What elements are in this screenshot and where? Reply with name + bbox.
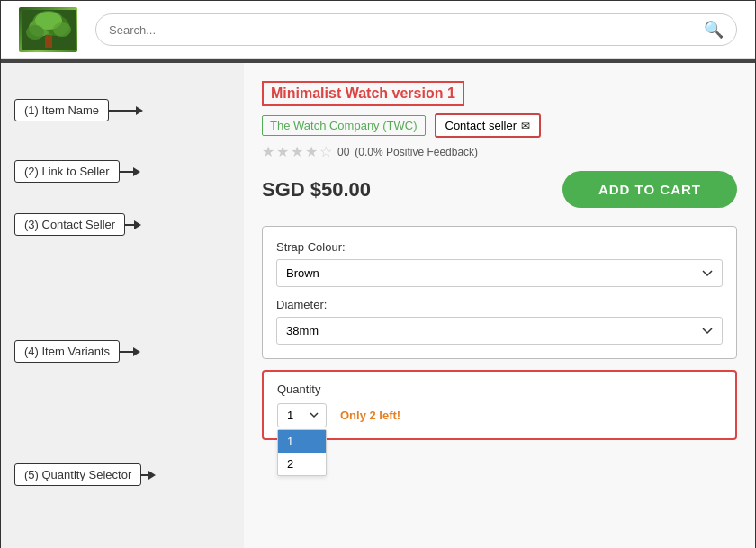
main-content: (1) Item Name (2) Link to Seller (3) Con… [1,63,755,548]
arrow-tip-2 [133,167,140,176]
arrow-tip-5 [148,471,156,480]
arrow-line-2 [120,171,133,173]
link-to-seller-label: (2) Link to Seller [14,160,120,183]
arrow-line-4 [120,351,133,353]
rating-count: 00 [338,146,349,158]
quantity-select[interactable]: 1 2 [277,403,327,427]
rating-text: (0.0% Positive Feedback) [355,146,478,158]
star-1: ★ [262,143,274,160]
logo [19,7,77,52]
qty-dropdown-item-1[interactable]: 1 [278,430,326,453]
contact-seller-button[interactable]: Contact seller ✉ [435,113,541,138]
contact-seller-label: (3) Contact Seller [14,213,125,236]
star-5: ☆ [320,143,332,160]
arrow-line-5 [141,474,148,476]
search-bar: 🔍 [95,13,737,46]
strap-colour-label: Strap Colour: [276,240,723,254]
only-left-text: Only 2 left! [340,409,400,422]
seller-link[interactable]: The Watch Company (TWC) [262,115,426,136]
diameter-label: Diameter: [276,298,723,311]
quantity-select-wrapper: 1 2 1 2 [277,403,327,427]
strap-colour-select[interactable]: Brown Black White [276,259,723,287]
contact-seller-text: Contact seller [446,119,517,132]
arrow-line-1 [109,110,136,112]
arrow-tip-4 [133,347,140,356]
star-3: ★ [291,143,303,160]
quantity-dropdown[interactable]: 1 2 [277,429,327,476]
product-title: Minimalist Watch version 1 [262,81,464,106]
quantity-selector-label: (5) Quantity Selector [14,463,141,486]
arrow-tip-3 [134,220,141,229]
price-cart-row: SGD $50.00 ADD TO CART [262,171,737,208]
arrow-tip-1 [136,106,143,115]
item-variants-label: (4) Item Variants [14,340,120,363]
qty-dropdown-item-2[interactable]: 2 [278,453,326,475]
search-icon[interactable]: 🔍 [704,20,724,40]
quantity-row: 1 2 1 2 Only 2 left! [277,403,722,427]
svg-point-6 [26,25,44,40]
seller-row: The Watch Company (TWC) Contact seller ✉ [262,113,737,138]
envelope-icon: ✉ [521,120,530,132]
svg-point-7 [53,22,71,37]
item-name-label: (1) Item Name [14,99,109,121]
variants-box: Strap Colour: Brown Black White Diameter… [262,226,737,359]
star-rating: ★ ★ ★ ★ ☆ [262,143,332,160]
quantity-label: Quantity [277,382,722,396]
arrow-line-3 [125,224,134,226]
stars-row: ★ ★ ★ ★ ☆ 00 (0.0% Positive Feedback) [262,143,737,160]
star-4: ★ [305,143,318,160]
star-2: ★ [276,143,289,160]
diameter-select[interactable]: 38mm 40mm 42mm [276,317,723,345]
header: 🔍 [1,1,755,59]
quantity-box: Quantity 1 2 1 2 Only 2 left! [262,370,737,440]
product-price: SGD $50.00 [262,178,371,202]
app-window: 🔍 (1) Item Name (2) Link to Seller (3) C… [0,0,756,548]
svg-rect-5 [45,35,52,48]
search-input[interactable] [109,23,704,37]
right-panel: Minimalist Watch version 1 The Watch Com… [244,63,755,548]
add-to-cart-button[interactable]: ADD TO CART [562,171,737,208]
left-sidebar: (1) Item Name (2) Link to Seller (3) Con… [1,63,244,548]
